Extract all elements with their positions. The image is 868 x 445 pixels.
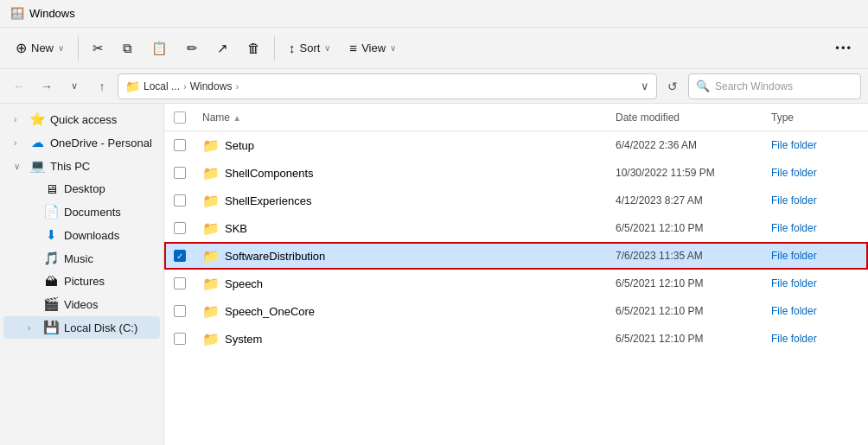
table-row[interactable]: 📁ShellComponents10/30/2022 11:59 PMFile … xyxy=(164,159,868,187)
row-2-checkbox[interactable] xyxy=(174,194,186,207)
table-row[interactable]: 📁ShellExperiences4/12/2023 8:27 AMFile f… xyxy=(164,187,868,214)
refresh-button[interactable]: ↺ xyxy=(661,74,685,99)
cut-icon: ✂ xyxy=(93,41,104,56)
search-bar[interactable]: 🔍 Search Windows xyxy=(688,73,861,99)
new-button[interactable]: ⊕ New ∨ xyxy=(7,35,73,61)
row-1-folder-icon: 📁 xyxy=(202,165,220,181)
forward-button[interactable]: → xyxy=(35,74,59,99)
row-1-name-cell: 📁ShellComponents xyxy=(195,165,609,181)
header-checkbox[interactable] xyxy=(174,111,186,124)
rename-button[interactable]: ✏ xyxy=(178,35,207,61)
row-7-check-cell xyxy=(164,333,195,345)
view-icon: ≡ xyxy=(349,41,357,55)
documents-label: Documents xyxy=(64,206,121,219)
view-button[interactable]: ≡ View ∨ xyxy=(341,35,405,60)
header-checkbox-cell xyxy=(164,111,195,124)
row-3-check-cell xyxy=(164,222,195,234)
sidebar-item-pictures[interactable]: 🏔Pictures xyxy=(3,270,160,292)
row-4-date: 7/6/2023 11:35 AM xyxy=(609,250,764,262)
row-5-checkbox[interactable] xyxy=(174,277,186,289)
row-0-name: Setup xyxy=(225,139,254,152)
this-pc-label: This PC xyxy=(50,160,90,173)
downloads-label: Downloads xyxy=(64,229,119,242)
row-6-date: 6/5/2021 12:10 PM xyxy=(609,305,764,317)
sidebar-item-quick-access[interactable]: ›⭐Quick access xyxy=(3,108,160,130)
pictures-icon: 🏔 xyxy=(43,274,59,289)
sidebar-item-local-disk[interactable]: ›💾Local Disk (C:) xyxy=(3,316,160,339)
documents-icon: 📄 xyxy=(43,204,59,219)
row-7-checkbox[interactable] xyxy=(174,333,186,345)
address-path: Local ... › Windows › xyxy=(144,80,239,92)
table-row[interactable]: ✓📁SoftwareDistribution7/6/2023 11:35 AMF… xyxy=(164,242,868,270)
sidebar-item-this-pc[interactable]: ∨💻This PC xyxy=(3,155,160,177)
row-7-name-cell: 📁System xyxy=(195,331,609,347)
sidebar: ›⭐Quick access›☁OneDrive - Personal∨💻Thi… xyxy=(0,104,164,445)
row-3-checkbox[interactable] xyxy=(174,222,186,234)
row-0-date: 6/4/2022 2:36 AM xyxy=(609,139,764,151)
sidebar-item-music[interactable]: 🎵Music xyxy=(3,247,160,270)
onedrive-expand-icon: › xyxy=(14,138,24,148)
file-header: Name ▲ Date modified Type xyxy=(164,104,868,131)
more-button[interactable]: ••• xyxy=(827,36,861,60)
sidebar-item-videos[interactable]: 🎬Videos xyxy=(3,293,160,315)
title-bar: 🪟 Windows xyxy=(0,0,868,28)
music-icon: 🎵 xyxy=(43,251,59,266)
sort-button[interactable]: ↕ Sort ∨ xyxy=(280,35,339,60)
view-chevron-icon: ∨ xyxy=(390,43,396,53)
row-5-date: 6/5/2021 12:10 PM xyxy=(609,277,764,289)
row-2-folder-icon: 📁 xyxy=(202,193,220,209)
row-0-checkbox[interactable] xyxy=(174,139,186,151)
recent-button[interactable]: ∨ xyxy=(62,74,86,99)
table-row[interactable]: 📁Speech6/5/2021 12:10 PMFile folder xyxy=(164,270,868,297)
table-row[interactable]: 📁SKB6/5/2021 12:10 PMFile folder xyxy=(164,214,868,242)
address-dropdown-icon[interactable]: ∨ xyxy=(641,79,649,92)
sidebar-item-desktop[interactable]: 🖥Desktop xyxy=(3,178,160,200)
address-bar[interactable]: 📁 Local ... › Windows › ∨ xyxy=(118,73,657,99)
row-6-checkbox[interactable] xyxy=(174,305,186,317)
col-header-date[interactable]: Date modified xyxy=(609,108,764,127)
row-2-name: ShellExperiences xyxy=(225,194,311,207)
quick-access-icon: ⭐ xyxy=(29,111,45,127)
paste-button[interactable]: 📋 xyxy=(143,35,176,61)
table-row[interactable]: 📁Setup6/4/2022 2:36 AMFile folder xyxy=(164,131,868,159)
table-row[interactable]: 📁Speech_OneCore6/5/2021 12:10 PMFile fol… xyxy=(164,297,868,325)
file-area: Name ▲ Date modified Type 📁Setup6/4/2022… xyxy=(164,104,868,445)
sort-arrow-icon: ▲ xyxy=(233,113,241,123)
row-2-name-cell: 📁ShellExperiences xyxy=(195,193,609,209)
col-header-name[interactable]: Name ▲ xyxy=(195,108,609,127)
address-row: ← → ∨ ↑ 📁 Local ... › Windows › ∨ ↺ 🔍 Se… xyxy=(0,69,868,104)
path-chevron-1: › xyxy=(183,81,187,92)
row-1-name: ShellComponents xyxy=(225,167,314,180)
row-0-folder-icon: 📁 xyxy=(202,137,220,154)
address-folder-icon: 📁 xyxy=(125,79,140,93)
row-1-date: 10/30/2022 11:59 PM xyxy=(609,167,764,179)
row-6-check-cell xyxy=(164,305,195,317)
share-button[interactable]: ↗ xyxy=(208,35,237,61)
row-5-name-cell: 📁Speech xyxy=(195,276,609,292)
music-label: Music xyxy=(64,252,93,265)
delete-button[interactable]: 🗑 xyxy=(239,35,269,60)
row-2-check-cell xyxy=(164,194,195,207)
copy-button[interactable]: ⧉ xyxy=(114,35,141,61)
col-header-type[interactable]: Type xyxy=(764,108,868,127)
row-7-name: System xyxy=(225,333,262,346)
cut-button[interactable]: ✂ xyxy=(84,35,112,61)
row-2-type: File folder xyxy=(764,194,868,207)
sidebar-item-downloads[interactable]: ⬇Downloads xyxy=(3,224,160,246)
row-4-checkbox[interactable]: ✓ xyxy=(174,250,186,262)
row-6-name: Speech_OneCore xyxy=(225,305,315,318)
sidebar-item-documents[interactable]: 📄Documents xyxy=(3,200,160,223)
row-3-folder-icon: 📁 xyxy=(202,220,220,237)
row-0-check-cell xyxy=(164,139,195,151)
row-3-date: 6/5/2021 12:10 PM xyxy=(609,222,764,234)
row-3-name-cell: 📁SKB xyxy=(195,220,609,237)
table-row[interactable]: 📁System6/5/2021 12:10 PMFile folder xyxy=(164,325,868,353)
row-1-checkbox[interactable] xyxy=(174,167,186,179)
title-bar-text: Windows xyxy=(29,7,75,20)
up-button[interactable]: ↑ xyxy=(90,74,114,99)
this-pc-expand-icon: ∨ xyxy=(14,162,24,171)
row-5-name: Speech xyxy=(225,277,263,290)
sidebar-item-onedrive[interactable]: ›☁OneDrive - Personal xyxy=(3,131,160,154)
back-button[interactable]: ← xyxy=(7,74,31,99)
new-icon: ⊕ xyxy=(16,40,27,56)
